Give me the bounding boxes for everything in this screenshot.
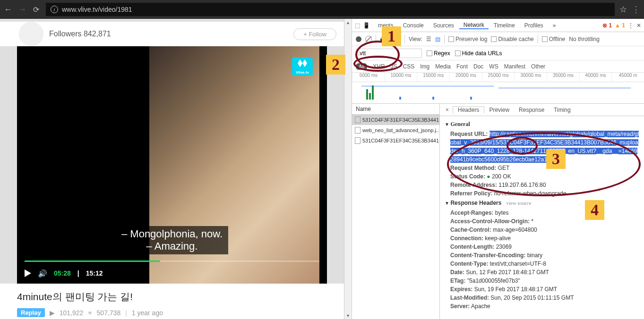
progress-bar[interactable] — [25, 260, 319, 262]
device-icon[interactable]: 📱 — [363, 22, 370, 29]
response-headers-section[interactable]: Response Headersview source — [445, 200, 639, 207]
filter-css[interactable]: CSS — [403, 63, 415, 70]
hide-urls-checkbox[interactable]: Hide data URLs — [455, 50, 502, 57]
tab-more[interactable]: » — [549, 22, 560, 29]
view-label: View: — [409, 36, 422, 42]
tab-timing[interactable]: Timing — [549, 107, 575, 113]
error-badge[interactable]: ⊗ 1 — [602, 22, 612, 29]
vlive-logo: Vlive.tv — [292, 58, 313, 76]
tab-headers[interactable]: Headers — [453, 106, 484, 113]
tab-profiles[interactable]: Profiles — [520, 22, 548, 29]
general-section[interactable]: General — [445, 121, 639, 128]
play-icon[interactable] — [25, 269, 31, 277]
annotation-1: 1 — [382, 26, 401, 46]
site-info-icon[interactable]: i — [51, 6, 58, 13]
video-meta: 4minute의 팬미팅 가는 길! Replay ▶ 101,922 ♥ 50… — [0, 284, 344, 319]
inspect-icon[interactable]: ⬚ — [355, 22, 360, 29]
volume-icon[interactable]: 🔊 — [38, 269, 47, 278]
browser-menu-icon[interactable]: ⋮ — [632, 4, 640, 15]
views: 101,922 — [60, 309, 84, 317]
heart-icon: ♥ — [88, 309, 92, 317]
preserve-log-checkbox[interactable]: Preserve log — [448, 36, 487, 42]
record-icon[interactable] — [356, 36, 361, 42]
annotation-3: 3 — [546, 149, 566, 169]
warning-badge[interactable]: ▲ 1 — [615, 22, 625, 29]
filter-media[interactable]: Media — [435, 63, 451, 70]
file-icon — [355, 137, 361, 144]
tab-timeline[interactable]: Timeline — [489, 22, 519, 29]
name-column-header[interactable]: Name — [352, 104, 439, 115]
tab-console[interactable]: Console — [399, 22, 428, 29]
request-row[interactable]: 531C04F3F31EF34C35E3B3441... — [352, 115, 439, 125]
annotation-circle-3 — [447, 132, 641, 196]
view-large-icon[interactable]: ▤ — [435, 36, 440, 42]
devtools-menu-icon[interactable]: ⋮ — [628, 22, 634, 29]
request-row[interactable]: web_neo_list_advanced_jsonp.j... — [352, 125, 439, 135]
address-bar[interactable]: i www.vlive.tv/video/1981 — [46, 3, 615, 16]
filter-img[interactable]: Img — [420, 63, 429, 70]
throttling-select[interactable]: No throttling — [569, 36, 600, 42]
request-row[interactable]: 531C04F3F31EF34C35E3B3441... — [352, 135, 439, 146]
view-list-icon[interactable]: ☰ — [426, 36, 431, 42]
browser-toolbar: ← → ⟳ i www.vlive.tv/video/1981 ☆ ⋮ — [0, 0, 644, 19]
time-current: 05:28 — [54, 269, 71, 277]
filter-doc[interactable]: Doc — [473, 63, 483, 70]
tab-network[interactable]: Network — [459, 22, 489, 29]
annotation-4: 4 — [585, 200, 604, 220]
view-source-link[interactable]: view source — [506, 200, 531, 206]
follow-button[interactable]: + Follow — [293, 28, 336, 40]
video-player[interactable]: Vlive.tv – Mongolphonia, now. – Amazing.… — [17, 46, 327, 284]
file-icon — [355, 117, 361, 123]
back-icon[interactable]: ← — [4, 5, 12, 15]
regex-checkbox[interactable]: Regex — [427, 50, 450, 57]
video-title: 4minute의 팬미팅 가는 길! — [17, 290, 327, 303]
video-controls: 🔊 05:28 | 15:12 — [17, 263, 327, 284]
filter-other[interactable]: Other — [531, 63, 545, 70]
subtitle-overlay: – Mongolphonia, now. – Amazing. — [116, 226, 228, 254]
annotation-circle-2 — [353, 56, 403, 72]
likes: 507,738 — [97, 309, 121, 317]
annotation-circle-3b — [507, 137, 538, 155]
timeline-chart[interactable] — [352, 82, 644, 104]
channel-header: Followers 842,871 + Follow — [0, 22, 344, 46]
tab-sources[interactable]: Sources — [429, 22, 458, 29]
time-total: 15:12 — [86, 269, 103, 277]
forward-icon[interactable]: → — [18, 5, 26, 15]
detail-tabs: × Headers Preview Response Timing — [440, 104, 644, 116]
filter-ws[interactable]: WS — [489, 63, 498, 70]
followers-count: Followers 842,871 — [49, 30, 111, 38]
avatar[interactable] — [19, 22, 43, 46]
timeline-ruler: 5000 ms10000 ms15000 ms 20000 ms25000 ms… — [352, 73, 644, 82]
tab-response[interactable]: Response — [514, 107, 549, 113]
play-count-icon: ▶ — [50, 309, 55, 317]
annotation-2: 2 — [326, 55, 345, 75]
url-text: www.vlive.tv/video/1981 — [62, 6, 132, 13]
filter-manifest[interactable]: Manifest — [504, 63, 525, 70]
disable-cache-checkbox[interactable]: Disable cache — [491, 36, 533, 42]
close-detail-icon[interactable]: × — [442, 107, 453, 113]
reload-icon[interactable]: ⟳ — [33, 5, 39, 14]
video-age: 1 year ago — [132, 309, 163, 317]
tab-preview[interactable]: Preview — [484, 107, 514, 113]
replay-badge: Replay — [17, 308, 45, 317]
file-icon — [355, 127, 361, 134]
filter-font[interactable]: Font — [456, 63, 468, 70]
bookmark-icon[interactable]: ☆ — [619, 4, 627, 15]
offline-checkbox[interactable]: Offline — [542, 36, 565, 42]
close-icon[interactable]: ✕ — [636, 22, 641, 29]
request-list: Name 531C04F3F31EF34C35E3B3441... web_ne… — [352, 104, 440, 319]
